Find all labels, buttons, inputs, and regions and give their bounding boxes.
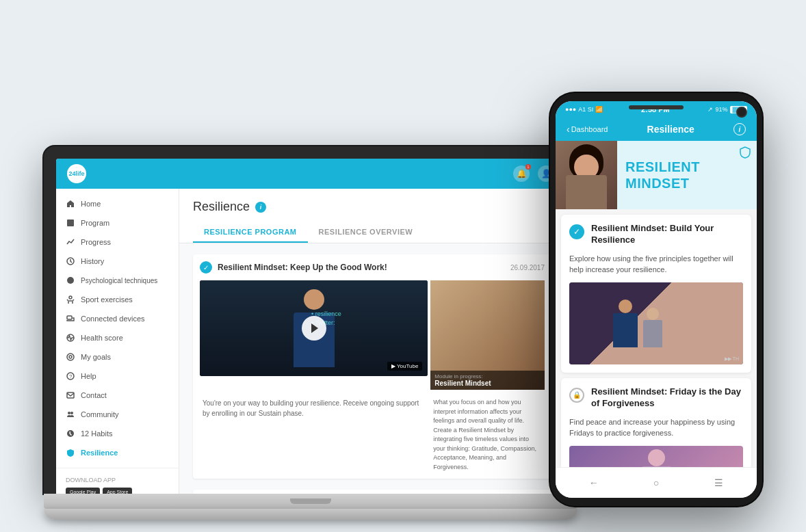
svg-point-12 <box>70 412 73 414</box>
phone: ●●● A1 SI 📶 2:58 PM ↗ 91% ▓▓▓ ‹ D <box>550 93 762 506</box>
sidebar-item-history[interactable]: History <box>56 252 179 271</box>
page-info-icon[interactable]: i <box>255 202 266 213</box>
page-title-row: Resilience i <box>193 200 551 214</box>
app-store-badge[interactable]: App Store <box>103 488 132 494</box>
app-header: 24life 🔔 1 👤 <box>56 159 565 189</box>
sidebar-item-community[interactable]: Community <box>56 405 179 424</box>
download-label: DOWNLOAD APP <box>66 477 169 483</box>
sidebar-item-progress[interactable]: Progress <box>56 232 179 252</box>
phone-home-btn[interactable]: ○ <box>648 475 664 491</box>
help-icon: ? <box>66 371 75 381</box>
phone-info-icon[interactable]: i <box>733 123 746 135</box>
status-left: ●●● A1 SI 📶 <box>565 106 603 113</box>
sidebar-item-devices[interactable]: Connected devices <box>56 309 179 328</box>
phone-screen: ●●● A1 SI 📶 2:58 PM ↗ 91% ▓▓▓ ‹ D <box>556 101 757 498</box>
back-arrow-icon: ‹ <box>567 124 570 135</box>
phone-check-1: ✓ <box>569 224 584 239</box>
laptop-base <box>44 494 577 509</box>
notification-icon[interactable]: 🔔 1 <box>513 165 530 182</box>
sidebar-item-resilience[interactable]: Resilience <box>56 443 179 462</box>
program-icon <box>66 218 75 228</box>
hero-image <box>556 141 617 209</box>
phone-thumb-2 <box>569 446 743 467</box>
habits-icon <box>66 429 75 438</box>
phone-bottom-bar: ← ○ ☰ <box>556 467 757 498</box>
sport-icon <box>66 295 75 304</box>
phone-card-1-desc: Explore how using the five principles to… <box>569 253 743 276</box>
logo-circle: 24life <box>67 164 86 183</box>
card-title-1: Resilient Mindset: Keep Up the Good Work… <box>218 263 505 272</box>
svg-point-11 <box>68 412 70 414</box>
svg-point-7 <box>69 356 72 358</box>
phone-card-2-header: 🔒 Resilient Mindset: Friday is the Day o… <box>569 386 743 410</box>
phone-video-thumb-1[interactable]: ▶▶ TH <box>569 282 743 364</box>
phone-page-title: Resilience <box>614 124 729 135</box>
svg-text:?: ? <box>69 373 73 380</box>
content-area: ✓ Resilient Mindset: Keep Up the Good Wo… <box>179 243 565 494</box>
contact-icon <box>66 390 75 400</box>
header-icons: 🔔 1 👤 <box>513 165 554 182</box>
goals-icon <box>66 352 75 362</box>
video-card-2: ✓ Resilient Mindset: Build Your Resilien… <box>193 490 551 494</box>
card-body-text: What you focus on and how you interpret … <box>430 398 545 472</box>
app-body: Home Program Progress <box>56 189 565 494</box>
svg-point-2 <box>67 277 74 284</box>
tab-resilience-overview[interactable]: RESILIENCE OVERVIEW <box>308 222 424 243</box>
video-thumb-overlay-1: Module in progress: Resilient Mindset <box>430 280 545 390</box>
back-button[interactable]: ‹ Dashboard <box>567 124 608 135</box>
phone-card-1: ✓ Resilient Mindset: Build Your Resilien… <box>561 215 751 373</box>
laptop: 24life 🔔 1 👤 <box>44 146 577 520</box>
sidebar-item-sport[interactable]: Sport exercises <box>56 290 179 309</box>
main-header: Resilience i RESILIENCE PROGRAM RESILIEN… <box>179 189 565 243</box>
page-title: Resilience <box>193 200 250 214</box>
phone-card-2: 🔒 Resilient Mindset: Friday is the Day o… <box>561 378 751 467</box>
phone-back-btn[interactable]: ← <box>586 475 602 491</box>
phone-outer: ●●● A1 SI 📶 2:58 PM ↗ 91% ▓▓▓ ‹ D <box>550 93 762 506</box>
community-icon <box>66 410 75 419</box>
play-button-1[interactable] <box>302 316 326 341</box>
sidebar-item-contact[interactable]: Contact <box>56 386 179 405</box>
laptop-bottom <box>44 509 577 520</box>
sidebar-item-health[interactable]: Health score <box>56 328 179 347</box>
video-thumb-1[interactable]: • resilience• Twitter: ▶ YouTube <box>200 280 428 376</box>
module-badge: Module in progress: Resilient Mindset <box>430 371 545 390</box>
card-header-1: ✓ Resilient Mindset: Keep Up the Good Wo… <box>200 261 545 274</box>
phone-status-bar: ●●● A1 SI 📶 2:58 PM ↗ 91% ▓▓▓ <box>556 101 757 118</box>
svg-rect-4 <box>67 316 72 319</box>
phone-card-1-header: ✓ Resilient Mindset: Build Your Resilien… <box>569 223 743 246</box>
sidebar-item-program[interactable]: Program <box>56 213 179 232</box>
card-desc-1: You're on your way to building your resi… <box>200 398 428 418</box>
sidebar-item-goals[interactable]: My goals <box>56 347 179 367</box>
status-time: 2:58 PM <box>603 105 707 114</box>
video-card-1: ✓ Resilient Mindset: Keep Up the Good Wo… <box>193 254 551 479</box>
history-icon <box>66 256 75 266</box>
sidebar-item-psychological[interactable]: Psychological techniques <box>56 271 179 290</box>
sidebar-item-habits[interactable]: 12 Habits <box>56 424 179 443</box>
sidebar-footer: DOWNLOAD APP Google Play App Store <box>56 468 179 494</box>
resilience-icon <box>66 448 75 457</box>
sidebar-item-home[interactable]: Home <box>56 194 179 213</box>
svg-point-6 <box>67 354 74 360</box>
hero-text-area: RESILIENT MINDSET <box>617 141 757 209</box>
phone-nav-bar: ‹ Dashboard Resilience i <box>556 118 757 141</box>
phone-card-2-title: Resilient Mindset: Friday is the Day of … <box>591 386 743 410</box>
home-icon <box>66 199 75 209</box>
main-content: Resilience i RESILIENCE PROGRAM RESILIEN… <box>179 189 565 494</box>
tab-resilience-program[interactable]: RESILIENCE PROGRAM <box>193 222 308 243</box>
laptop-screen-outer: 24life 🔔 1 👤 <box>44 146 577 494</box>
laptop-screen: 24life 🔔 1 👤 <box>56 159 565 494</box>
status-right: ↗ 91% ▓▓▓ <box>707 106 747 114</box>
tabs: RESILIENCE PROGRAM RESILIENCE OVERVIEW <box>193 222 551 243</box>
health-icon <box>66 333 75 343</box>
notification-badge: 1 <box>525 164 531 170</box>
google-play-badge[interactable]: Google Play <box>66 488 100 494</box>
phone-card-1-title: Resilient Mindset: Build Your Resilience <box>591 223 743 246</box>
svg-rect-10 <box>67 393 74 398</box>
svg-point-3 <box>69 296 72 299</box>
psychological-icon <box>66 276 75 285</box>
check-icon-1: ✓ <box>200 261 212 274</box>
sidebar-item-help[interactable]: ? Help <box>56 367 179 386</box>
phone-menu-btn[interactable]: ☰ <box>710 475 727 491</box>
phone-content: RESILIENT MINDSET ✓ Resilient Mindset: B… <box>556 141 757 467</box>
hero-banner: RESILIENT MINDSET <box>556 141 757 209</box>
